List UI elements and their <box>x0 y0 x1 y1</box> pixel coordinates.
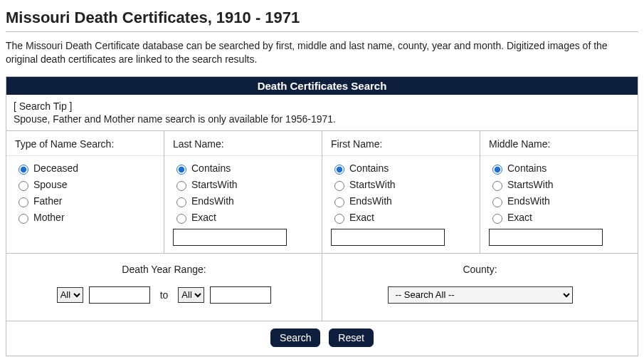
middle-name-startswith-input[interactable] <box>492 181 502 191</box>
last-name-endswith-input[interactable] <box>176 197 186 207</box>
first-name-startswith-label: StartsWith <box>349 179 396 190</box>
first-name-exact-input[interactable] <box>334 214 344 224</box>
last-name-contains-input[interactable] <box>176 165 186 175</box>
county-select[interactable]: -- Search All -- <box>388 286 573 304</box>
middle-name-column: Middle Name: Contains StartsWith EndsWit… <box>480 131 638 253</box>
radio-father-input[interactable] <box>19 197 28 207</box>
first-name-input[interactable] <box>331 229 445 246</box>
last-name-endswith-label: EndsWith <box>191 195 234 207</box>
last-name-endswith[interactable]: EndsWith <box>173 193 313 209</box>
middle-name-input[interactable] <box>489 229 603 246</box>
last-name-exact-input[interactable] <box>176 214 186 224</box>
middle-name-endswith-input[interactable] <box>492 197 502 207</box>
last-name-column: Last Name: Contains StartsWith EndsWith … <box>164 131 322 253</box>
first-name-exact-label: Exact <box>349 212 374 223</box>
search-tip-text: Spouse, Father and Mother name search is… <box>14 113 336 125</box>
year-from-input[interactable] <box>89 286 150 304</box>
last-name-exact[interactable]: Exact <box>173 209 313 226</box>
middle-name-startswith[interactable]: StartsWith <box>489 177 629 193</box>
year-from-select[interactable]: All <box>57 287 83 303</box>
first-name-contains-label: Contains <box>349 162 389 174</box>
middle-name-endswith-label: EndsWith <box>507 195 550 207</box>
middle-name-endswith[interactable]: EndsWith <box>489 193 629 209</box>
middle-name-exact[interactable]: Exact <box>489 209 629 226</box>
criteria-row: Type of Name Search: Deceased Spouse Fat… <box>6 131 638 254</box>
first-name-startswith[interactable]: StartsWith <box>331 177 471 193</box>
radio-mother[interactable]: Mother <box>15 209 155 226</box>
county-heading: County: <box>329 264 630 275</box>
first-name-contains-input[interactable] <box>334 165 344 175</box>
last-name-startswith-label: StartsWith <box>191 179 238 190</box>
radio-spouse-label: Spouse <box>33 179 67 190</box>
radio-deceased[interactable]: Deceased <box>15 160 155 177</box>
first-name-startswith-input[interactable] <box>334 181 344 191</box>
title-divider <box>6 31 638 32</box>
first-name-endswith-label: EndsWith <box>349 195 392 207</box>
first-name-contains[interactable]: Contains <box>331 160 471 177</box>
search-tip: [ Search Tip ] Spouse, Father and Mother… <box>6 95 638 131</box>
radio-mother-input[interactable] <box>19 214 28 224</box>
panel-header: Death Certificates Search <box>6 77 638 95</box>
radio-spouse[interactable]: Spouse <box>15 177 155 193</box>
last-name-heading: Last Name: <box>164 131 322 156</box>
lower-row: Death Year Range: All to All County: -- … <box>6 254 638 321</box>
intro-text: The Missouri Death Certificate database … <box>6 39 638 66</box>
middle-name-exact-input[interactable] <box>492 214 502 224</box>
first-name-exact[interactable]: Exact <box>331 209 471 226</box>
radio-father-label: Father <box>33 195 62 207</box>
last-name-contains[interactable]: Contains <box>173 160 313 177</box>
county-column: County: -- Search All -- <box>322 254 638 321</box>
type-of-name-column: Type of Name Search: Deceased Spouse Fat… <box>6 131 164 253</box>
radio-father[interactable]: Father <box>15 193 155 209</box>
radio-spouse-input[interactable] <box>19 181 28 191</box>
middle-name-heading: Middle Name: <box>480 131 638 156</box>
year-to-select[interactable]: All <box>178 287 204 303</box>
type-of-name-heading: Type of Name Search: <box>6 131 164 156</box>
search-button[interactable]: Search <box>270 328 320 347</box>
year-to-label: to <box>156 289 173 301</box>
radio-mother-label: Mother <box>33 212 65 223</box>
last-name-exact-label: Exact <box>191 212 216 223</box>
page-title: Missouri Death Certificates, 1910 - 1971 <box>6 9 638 27</box>
last-name-startswith[interactable]: StartsWith <box>173 177 313 193</box>
year-range-heading: Death Year Range: <box>14 264 315 275</box>
last-name-contains-label: Contains <box>191 162 231 174</box>
last-name-startswith-input[interactable] <box>176 181 186 191</box>
year-to-input[interactable] <box>210 286 271 304</box>
middle-name-contains-input[interactable] <box>492 165 502 175</box>
year-range-column: Death Year Range: All to All <box>6 254 322 321</box>
last-name-input[interactable] <box>173 229 287 246</box>
radio-deceased-label: Deceased <box>33 162 78 174</box>
middle-name-contains[interactable]: Contains <box>489 160 629 177</box>
first-name-column: First Name: Contains StartsWith EndsWith… <box>322 131 480 253</box>
first-name-endswith[interactable]: EndsWith <box>331 193 471 209</box>
middle-name-exact-label: Exact <box>507 212 532 223</box>
search-panel: Death Certificates Search [ Search Tip ]… <box>6 76 638 356</box>
button-row: Search Reset <box>6 321 638 356</box>
middle-name-startswith-label: StartsWith <box>507 179 554 190</box>
reset-button[interactable]: Reset <box>329 328 374 347</box>
radio-deceased-input[interactable] <box>19 165 28 175</box>
search-tip-label: [ Search Tip ] <box>14 100 630 112</box>
middle-name-contains-label: Contains <box>507 162 547 174</box>
first-name-heading: First Name: <box>322 131 480 156</box>
first-name-endswith-input[interactable] <box>334 197 344 207</box>
